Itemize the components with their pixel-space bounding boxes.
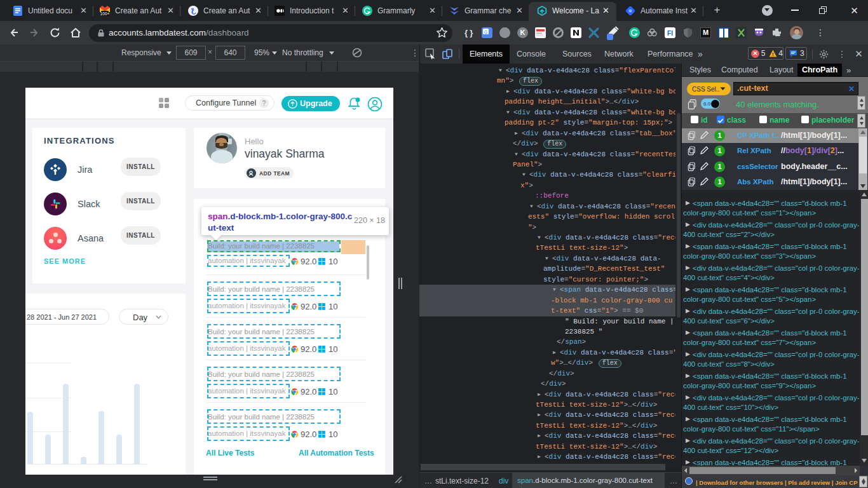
svg-text:!: !	[772, 51, 774, 57]
svg-text:FI: FI	[667, 30, 673, 37]
svg-text:100+: 100+	[100, 11, 110, 16]
svg-text:G: G	[484, 30, 487, 34]
